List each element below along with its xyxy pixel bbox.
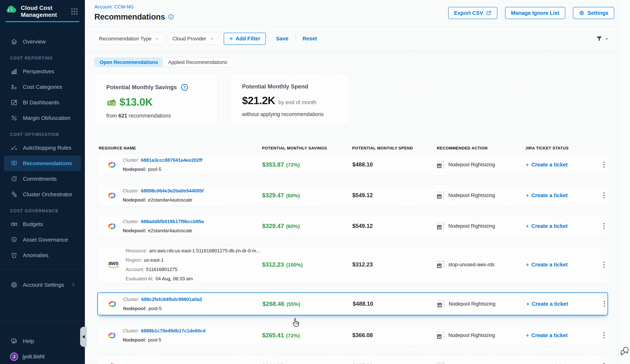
create-ticket-link[interactable]: +Create a ticket — [526, 261, 568, 268]
table-row-selected[interactable]: Cluster:688c2fefc84fbdc99801a0a2 Nodepoo… — [97, 292, 608, 315]
table-row[interactable]: Cluster:6881a3ccc887941a4ee202ff Nodepoo… — [97, 154, 608, 176]
table-row[interactable]: aws Resource:arn:aws:rds:us-east-1:51161… — [97, 246, 608, 283]
sidebar-item-bi-dashboards[interactable]: BI Dashboards — [0, 95, 85, 110]
spend-amount: $549.12 — [352, 223, 373, 229]
user-name: jyoti.bisht — [22, 354, 45, 360]
sidebar-item-budgets[interactable]: Budgets — [0, 216, 85, 232]
row-menu-kebab[interactable] — [602, 160, 606, 169]
dropdown-label: Recommendation Type — [99, 36, 152, 42]
row-menu-kebab[interactable] — [602, 190, 606, 200]
row-menu-kebab[interactable] — [602, 361, 606, 364]
resource-line-label: Resource: — [126, 248, 148, 253]
spend-subtext: without applying recommendations — [242, 111, 350, 117]
manage-ignore-list-button[interactable]: Manage Ignore List — [505, 7, 565, 19]
app-grid-icon[interactable] — [70, 7, 79, 16]
ccm-logo-icon: $ — [6, 4, 18, 14]
sidebar-user[interactable]: J jyoti.bisht — [0, 349, 85, 364]
sidebar-item-overview[interactable]: Overview — [0, 34, 85, 49]
sidebar-item-asset-governance[interactable]: $ Asset Governance — [0, 232, 85, 247]
add-filter-label: Add Filter — [236, 36, 260, 42]
sidebar-item-cluster-orchestrator[interactable]: Cluster Orchestrator — [0, 186, 85, 202]
chevron-down-icon — [210, 36, 214, 41]
cloud-provider-dropdown[interactable]: Cloud Provider — [168, 33, 218, 45]
brand-title: Cloud Cost Management — [21, 4, 57, 18]
export-csv-button[interactable]: Export CSV — [448, 7, 498, 19]
cluster-link[interactable]: 688c2fefc84fbdc99801a0a2 — [142, 297, 202, 302]
col-resource-name: RESOURCE NAME — [99, 146, 136, 151]
row-menu-kebab[interactable] — [602, 331, 606, 340]
resource-line-value: arn:aws:rds:us-east-1:511616801275:db:zn… — [149, 248, 260, 253]
sidebar-item-recommendations[interactable]: Recommendations — [4, 156, 81, 171]
sidebar-item-label: Commitments — [23, 176, 57, 182]
create-ticket-link[interactable]: +Create a ticket — [526, 332, 568, 339]
save-filter-link[interactable]: Save — [276, 36, 288, 42]
sidebar-item-label: AutoStopping Rules — [23, 145, 71, 151]
table-row[interactable]: Cluster:68898c064e3e2ba0e544005f Nodepoo… — [97, 184, 608, 206]
sidebar-collapse-handle[interactable] — [80, 327, 87, 347]
autostopping-icon — [10, 144, 18, 152]
tab-open-recommendations[interactable]: Open Recommendations — [94, 58, 163, 67]
plus-icon: + — [526, 332, 529, 339]
resource-line-value: pool-5 — [148, 337, 161, 343]
cluster-link[interactable]: 6888b1c70e49db17c1de60c4 — [141, 328, 206, 334]
savings-subtext: from 621 recommendations — [106, 113, 218, 119]
row-menu-kebab[interactable] — [602, 221, 606, 231]
create-ticket-label: Create a ticket — [532, 223, 568, 229]
export-csv-label: Export CSV — [454, 10, 483, 16]
action-label: Nodepool Rightsizing — [448, 363, 495, 364]
settings-button[interactable]: Settings — [573, 7, 614, 19]
breadcrumb[interactable]: Account: CCM-NG — [94, 4, 174, 10]
sidebar-item-help[interactable]: ? Help — [0, 333, 85, 349]
sidebar-item-anomalies[interactable]: ! Anomalies — [0, 247, 85, 263]
table-row[interactable]: Cluster:6886e92f59a48cad86b5b1c6 $244.05… — [97, 355, 608, 364]
chevron-right-icon — [70, 282, 76, 288]
row-menu-kebab[interactable] — [602, 260, 606, 269]
sidebar-item-perspectives[interactable]: Perspectives — [0, 64, 85, 79]
plus-icon: + — [526, 300, 530, 308]
recommendation-type-dropdown[interactable]: Recommendation Type — [94, 33, 164, 45]
support-chat-icon[interactable] — [620, 346, 630, 357]
tab-applied-recommendations[interactable]: Applied Recommendations — [163, 58, 232, 67]
create-ticket-link[interactable]: +Create a ticket — [526, 300, 568, 308]
sidebar-item-margin-obfuscation[interactable]: Margin Obfuscation — [0, 110, 85, 126]
gcp-icon — [108, 222, 116, 230]
row-menu-kebab[interactable] — [602, 299, 607, 309]
question-circle-icon[interactable]: ? — [180, 83, 188, 91]
rightsizing-icon — [437, 192, 444, 199]
plus-icon: + — [526, 161, 529, 168]
gcp-icon — [108, 331, 116, 340]
create-ticket-link[interactable]: +Create a ticket — [526, 363, 568, 364]
recommendations-icon — [10, 160, 18, 167]
create-ticket-link[interactable]: +Create a ticket — [526, 222, 568, 230]
cluster-link[interactable]: 68898c064e3e2ba0e544005f — [141, 188, 204, 193]
resource-line-value: 511616801275 — [146, 267, 178, 272]
banknote-icon — [10, 220, 18, 228]
filter-panel-toggle[interactable] — [596, 35, 609, 42]
savings-amount: $329.47 — [262, 222, 284, 229]
spend-amount: $312.23 — [352, 261, 373, 268]
create-ticket-link[interactable]: +Create a ticket — [526, 161, 568, 168]
cluster-link[interactable]: 688add6fb019b17f9bccb95a — [141, 219, 204, 224]
sidebar-item-cost-categories[interactable]: Cost Categories — [0, 79, 85, 95]
savings-percent: (55%) — [286, 301, 300, 307]
cluster-link[interactable]: 6886e92f59a48cad86b5b1c6 — [141, 363, 204, 364]
sidebar-item-commitments[interactable]: Commitments — [0, 171, 85, 186]
info-icon[interactable] — [168, 14, 174, 20]
cluster-link[interactable]: 6881a3ccc887941a4ee202ff — [141, 157, 202, 163]
sidebar-item-autostopping-rules[interactable]: AutoStopping Rules — [0, 140, 85, 156]
resource-line-value: e2standar4autoscale — [148, 197, 192, 203]
plus-icon: + — [526, 222, 529, 230]
help-chat-icon: ? — [10, 338, 18, 345]
reset-filter-link[interactable]: Reset — [302, 36, 317, 42]
table-row[interactable]: Cluster:6888b1c70e49db17c1de60c4 Nodepoo… — [97, 325, 608, 346]
table-row[interactable]: Cluster:688add6fb019b17f9bccb95a Nodepoo… — [97, 215, 608, 237]
add-filter-button[interactable]: + Add Filter — [224, 33, 266, 45]
savings-percent: (100%) — [286, 262, 302, 268]
resource-line-label: Nodepool: — [123, 228, 146, 233]
create-ticket-link[interactable]: +Create a ticket — [526, 192, 568, 199]
action-label: Nodepool Rightsizing — [448, 333, 495, 338]
sidebar-item-label: BI Dashboards — [23, 99, 59, 106]
right-rail — [618, 0, 630, 364]
rightsizing-icon — [437, 332, 444, 339]
sidebar-item-account-settings[interactable]: Account Settings — [0, 277, 85, 293]
